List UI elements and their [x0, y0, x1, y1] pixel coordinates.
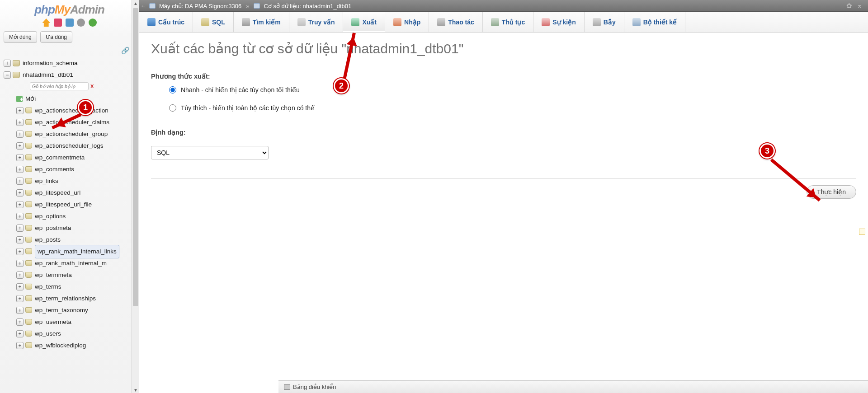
expand-icon[interactable] — [16, 189, 24, 196]
expand-icon[interactable] — [16, 318, 24, 326]
expand-icon[interactable] — [16, 178, 24, 185]
home-icon[interactable] — [42, 19, 50, 27]
collapse-icon[interactable] — [4, 71, 11, 79]
expand-icon[interactable] — [16, 131, 24, 138]
table-label[interactable]: wp_litespeed_url — [35, 187, 80, 199]
tab-events[interactable]: Sự kiện — [533, 12, 584, 32]
table-row[interactable]: wp_comments — [3, 164, 139, 175]
table-label[interactable]: wp_comments — [35, 164, 74, 175]
table-label[interactable]: wp_rank_math_internal_links — [35, 245, 119, 258]
breadcrumb-server[interactable]: Máy chủ: DA PMA Signon:3306 — [157, 3, 243, 9]
expand-icon[interactable] — [4, 60, 11, 67]
table-row[interactable]: wp_usermeta — [3, 316, 139, 328]
clear-filter-icon[interactable]: X — [90, 82, 94, 91]
table-row[interactable]: wp_actionscheduler_group — [3, 128, 139, 140]
tab-triggers[interactable]: Bẫy — [585, 12, 624, 32]
tab-import[interactable]: Nhập — [385, 12, 429, 32]
table-row[interactable]: wp_commentmeta — [3, 152, 139, 164]
table-row[interactable]: wp_rank_math_internal_links — [3, 246, 139, 257]
expand-icon[interactable] — [16, 342, 24, 349]
bookmark-icon[interactable] — [859, 229, 865, 235]
expand-icon[interactable] — [16, 225, 24, 232]
db-node-nhatadmin1[interactable]: nhatadmin1_dtb01 — [3, 69, 139, 81]
expand-icon[interactable] — [16, 295, 24, 302]
table-row[interactable]: wp_term_taxonomy — [3, 304, 139, 316]
table-label[interactable]: wp_postmeta — [35, 222, 71, 234]
db-node-information-schema[interactable]: information_schema — [3, 57, 139, 69]
table-label[interactable]: wp_actionscheduler_logs — [35, 140, 104, 152]
table-row[interactable]: wp_users — [3, 328, 139, 340]
table-label[interactable]: wp_options — [35, 211, 66, 222]
docs-icon[interactable] — [66, 19, 74, 27]
tab-export[interactable]: Xuất — [343, 12, 385, 32]
expand-icon[interactable] — [16, 283, 24, 290]
radio-quick[interactable] — [169, 86, 176, 94]
reload-icon[interactable] — [89, 19, 97, 27]
tab-routines[interactable]: Thủ tục — [483, 12, 533, 32]
table-filter-input[interactable] — [30, 82, 89, 90]
logout-icon[interactable] — [54, 19, 62, 27]
breadcrumb-database[interactable]: Cơ sở dữ liệu: nhatadmin1_dtb01 — [262, 3, 353, 9]
expand-icon[interactable] — [16, 154, 24, 161]
radio-custom[interactable] — [169, 104, 176, 112]
table-row[interactable]: wp_termmeta — [3, 269, 139, 281]
favorite-button[interactable]: Ưa dùng — [40, 31, 72, 43]
table-label[interactable]: wp_terms — [35, 281, 61, 293]
table-row[interactable]: wp_postmeta — [3, 222, 139, 234]
table-label[interactable]: wp_users — [35, 328, 61, 340]
table-row[interactable]: wp_term_relationships — [3, 293, 139, 304]
table-row[interactable]: wp_actionscheduler_logs — [3, 140, 139, 152]
tab-search[interactable]: Tìm kiếm — [234, 12, 289, 32]
table-label[interactable]: wp_wfblockediplog — [35, 340, 86, 351]
table-label[interactable]: wp_posts — [35, 234, 61, 246]
collapse-nav-icon[interactable]: ← — [139, 3, 147, 9]
table-row[interactable]: wp_links — [3, 175, 139, 187]
new-table-link[interactable]: Mới — [3, 93, 139, 105]
table-label[interactable]: wp_actionscheduler_action — [35, 105, 108, 117]
export-method-custom[interactable]: Tùy thích - hiển thị toàn bộ các tùy chọ… — [169, 104, 856, 112]
expand-icon[interactable] — [16, 260, 24, 267]
tab-structure[interactable]: Cấu trúc — [139, 12, 193, 32]
table-label[interactable]: wp_litespeed_url_file — [35, 199, 92, 211]
expand-icon[interactable] — [16, 119, 24, 126]
expand-icon[interactable] — [16, 201, 24, 208]
table-label[interactable]: wp_rank_math_internal_m — [35, 257, 107, 269]
table-row[interactable]: wp_terms — [3, 281, 139, 293]
expand-icon[interactable] — [16, 271, 24, 279]
expand-icon[interactable] — [16, 307, 24, 314]
page-top-icon[interactable]: ⌅ — [857, 2, 863, 10]
format-select[interactable]: SQL — [151, 146, 269, 159]
table-row[interactable]: wp_litespeed_url — [3, 187, 139, 199]
expand-icon[interactable] — [16, 248, 24, 255]
logo[interactable]: phpMyAdmin — [0, 0, 139, 18]
scroll-up-icon[interactable]: ▲ — [133, 1, 138, 5]
expand-icon[interactable] — [16, 142, 24, 150]
table-row[interactable]: wp_options — [3, 211, 139, 222]
table-label[interactable]: wp_actionscheduler_group — [35, 128, 108, 140]
table-row[interactable]: wp_litespeed_url_file — [3, 199, 139, 211]
tab-query[interactable]: Truy vấn — [289, 12, 344, 32]
sidebar-scrollbar[interactable]: ▲ ▼ — [132, 0, 139, 393]
expand-icon[interactable] — [16, 330, 24, 337]
settings-gear-icon[interactable] — [77, 19, 85, 27]
recent-button[interactable]: Mới dùng — [4, 31, 37, 43]
table-label[interactable]: wp_commentmeta — [35, 152, 85, 164]
expand-icon[interactable] — [16, 236, 24, 243]
table-label[interactable]: wp_links — [35, 175, 58, 187]
expand-icon[interactable] — [16, 107, 24, 114]
table-row[interactable]: wp_wfblockediplog — [3, 340, 139, 351]
table-row[interactable]: wp_actionscheduler_action — [3, 105, 139, 117]
table-label[interactable]: wp_term_relationships — [35, 293, 96, 304]
console-bar[interactable]: Bảng điều khiển — [278, 380, 868, 393]
table-label[interactable]: wp_term_taxonomy — [35, 304, 88, 316]
table-label[interactable]: wp_usermeta — [35, 316, 71, 328]
page-settings-icon[interactable]: ✿ — [846, 2, 852, 10]
tab-operations[interactable]: Thao tác — [429, 12, 483, 32]
scroll-thumb[interactable] — [133, 8, 138, 306]
expand-icon[interactable] — [16, 166, 24, 173]
table-label[interactable]: wp_termmeta — [35, 269, 72, 281]
table-row[interactable]: wp_posts — [3, 234, 139, 246]
table-row[interactable]: wp_rank_math_internal_m — [3, 257, 139, 269]
expand-icon[interactable] — [16, 213, 24, 220]
export-method-quick[interactable]: Nhanh - chỉ hiển thị các tùy chọn tối th… — [169, 86, 856, 94]
